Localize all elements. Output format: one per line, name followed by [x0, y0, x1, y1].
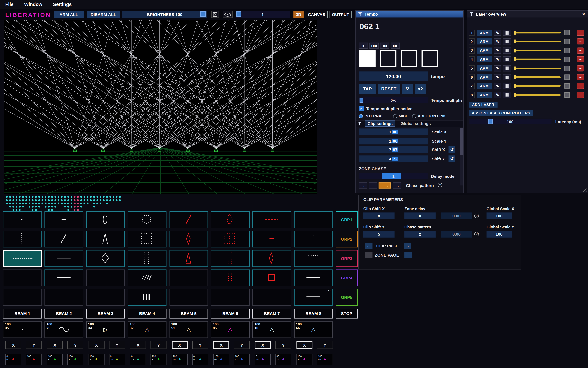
clip-cell-r4c1[interactable]: [3, 269, 42, 286]
tempo-field[interactable]: 120.00: [359, 71, 428, 81]
cell-menu-icon[interactable]: ···: [326, 269, 331, 273]
disarm-all-button[interactable]: DISARM ALL: [87, 11, 120, 18]
clip-cell-r2c7[interactable]: [253, 231, 291, 248]
help-icon[interactable]: ?: [438, 183, 442, 187]
tempo-multiplier-checkbox[interactable]: ✓: [359, 106, 364, 111]
field-scale-x[interactable]: 1.00: [359, 129, 428, 135]
beam-button-4[interactable]: BEAM 4: [128, 309, 166, 318]
global-scale-y-field[interactable]: 100: [487, 231, 512, 238]
global-scale-x-field[interactable]: 100: [487, 212, 512, 219]
clip-cell-r4c2[interactable]: [45, 269, 83, 286]
laser-intensity-slider[interactable]: [514, 41, 560, 42]
laser-overview-header[interactable]: Laser overview ✕: [467, 11, 588, 17]
laser-edit-button[interactable]: ✎: [494, 74, 501, 80]
clip-cell-r2c6[interactable]: [211, 231, 250, 248]
mini-clip-3[interactable]: 1008 ▲: [47, 354, 63, 365]
clip-shift-x-field[interactable]: 8: [363, 212, 395, 219]
transport-button-0[interactable]: ■: [359, 43, 368, 49]
fader-cell-1[interactable]: 10035 •: [3, 321, 42, 338]
laser-remove-button[interactable]: −: [577, 65, 584, 71]
beam-button-5[interactable]: BEAM 5: [169, 309, 208, 318]
clip-cell-r2c1[interactable]: [3, 231, 42, 248]
mini-clip-13[interactable]: 074 ▲: [255, 354, 271, 365]
clip-cell-r3c4[interactable]: [128, 250, 166, 267]
clip-cell-r2c2[interactable]: [45, 231, 83, 248]
clip-page-prev-button[interactable]: ←: [365, 243, 372, 249]
clip-cell-r1c4[interactable]: [128, 212, 166, 228]
laser-edit-button[interactable]: ✎: [494, 56, 501, 62]
cell-menu-icon[interactable]: ···: [326, 289, 331, 292]
clip-cell-r4c4[interactable]: [128, 269, 166, 286]
group-button-1[interactable]: GRP1: [336, 212, 358, 228]
group-button-3[interactable]: GRP3: [336, 250, 358, 267]
laser-intensity-slider[interactable]: [514, 68, 560, 69]
x-button-8[interactable]: X: [296, 341, 312, 349]
y-button-3[interactable]: Y: [109, 341, 125, 349]
clip-cell-r2c4[interactable]: [128, 231, 166, 248]
blackout-button[interactable]: [211, 11, 219, 18]
laser-arm-button[interactable]: ARM: [477, 47, 492, 53]
chase-pattern-button-1[interactable]: ←: [369, 182, 377, 188]
group-button-4[interactable]: GRP4: [336, 269, 358, 286]
laser-pause-button[interactable]: [503, 83, 511, 89]
laser-3d-viewport[interactable]: [4, 20, 317, 194]
laser-pause-button[interactable]: [503, 30, 511, 36]
help-icon[interactable]: ?: [474, 214, 479, 218]
laser-remove-button[interactable]: −: [577, 74, 584, 80]
clip-cell-r2c8[interactable]: [294, 231, 333, 248]
field-shift-y[interactable]: 4.72: [359, 155, 428, 162]
arm-all-button[interactable]: ARM ALL: [54, 11, 83, 18]
laser-arm-button[interactable]: ARM: [477, 30, 492, 36]
y-button-6[interactable]: Y: [234, 341, 250, 349]
clip-cell-r3c1[interactable]: [3, 250, 42, 267]
clip-cell-r1c2[interactable]: [45, 212, 83, 228]
assign-laser-controllers-button[interactable]: ASSIGN LASER CONTROLLERS: [469, 110, 533, 116]
mini-clip-12[interactable]: 10062 ▲: [234, 354, 250, 365]
reset-shift-x-button[interactable]: ↺: [449, 147, 455, 153]
mini-clip-2[interactable]: 1000 ▲: [26, 354, 42, 365]
y-button-2[interactable]: Y: [67, 341, 83, 349]
tab-clip-settings[interactable]: Clip settings: [365, 120, 395, 126]
slider-handle[interactable]: [514, 31, 516, 35]
param-field-1[interactable]: 0.00: [441, 212, 472, 219]
zone-delay-field[interactable]: 0: [404, 212, 436, 219]
mini-clip-6[interactable]: 020 ▲: [109, 354, 125, 365]
laser-checkbox[interactable]: [564, 48, 570, 53]
clip-cell-r5c3[interactable]: [86, 289, 125, 306]
reset-shift-y-button[interactable]: ↺: [449, 155, 455, 162]
clip-cell-r2c5[interactable]: [169, 231, 208, 248]
laser-checkbox[interactable]: [564, 57, 570, 62]
mini-clip-4[interactable]: 1008 ▲: [67, 354, 83, 365]
laser-checkbox[interactable]: [564, 83, 570, 89]
mini-clip-5[interactable]: 10020 ▲: [88, 354, 104, 365]
laser-intensity-slider[interactable]: [514, 76, 560, 78]
y-button-5[interactable]: Y: [192, 341, 208, 349]
latency-slider[interactable]: 100: [469, 119, 551, 124]
tap-button[interactable]: TAP: [359, 83, 376, 94]
clip-cell-r1c8[interactable]: [294, 212, 333, 228]
mini-clip-10[interactable]: 050 ▲: [192, 354, 208, 365]
slider-handle[interactable]: [514, 75, 516, 79]
mini-clip-16[interactable]: 10090 ▲: [317, 354, 333, 365]
clip-cell-r5c2[interactable]: [45, 289, 83, 306]
group-button-5[interactable]: GRP5: [336, 289, 358, 306]
laser-checkbox[interactable]: [564, 30, 570, 35]
laser-arm-button[interactable]: ARM: [477, 39, 492, 45]
laser-pause-button[interactable]: [503, 56, 511, 62]
laser-intensity-slider[interactable]: [514, 50, 560, 51]
laser-pause-button[interactable]: [503, 39, 511, 45]
transport-button-1[interactable]: |◀◀: [369, 43, 379, 49]
zone-page-next-button[interactable]: →: [404, 252, 412, 258]
beam-button-6[interactable]: BEAM 6: [211, 309, 250, 318]
laser-pause-button[interactable]: [503, 47, 511, 53]
clip-cell-r5c7[interactable]: [253, 289, 291, 306]
clip-cell-r5c4[interactable]: [128, 289, 166, 306]
laser-intensity-slider[interactable]: [514, 32, 560, 34]
zone-page-prev-button[interactable]: ←: [365, 252, 372, 258]
clip-cell-r5c6[interactable]: [211, 289, 250, 306]
y-button-7[interactable]: Y: [276, 341, 291, 349]
preview-visibility-button[interactable]: [223, 11, 233, 18]
clip-cell-r4c8[interactable]: ···: [294, 269, 333, 286]
mini-clip-8[interactable]: 10031 ▲: [151, 354, 167, 365]
laser-arm-button[interactable]: ARM: [477, 83, 492, 89]
